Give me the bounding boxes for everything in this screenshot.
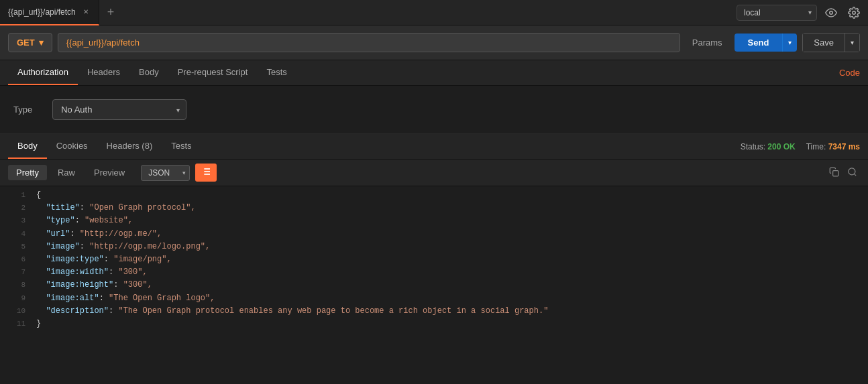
environment-selector-wrapper: local ▾ [737, 5, 817, 21]
code-area: 1{2 "title": "Open Graph protocol",3 "ty… [0, 186, 868, 384]
main-tab[interactable]: {{api_url}}/api/fetch ✕ [0, 0, 99, 25]
method-label: GET [17, 38, 35, 48]
save-button-group: Save ▾ [802, 33, 860, 52]
auth-type-label: Type [13, 105, 32, 115]
line-number: 7 [5, 267, 25, 279]
code-line: 10 "description": "The Open Graph protoc… [0, 305, 868, 318]
format-select-wrapper: JSON XML HTML Text ▾ [141, 165, 190, 181]
request-tabs: Authorization Headers Body Pre-request S… [0, 60, 868, 86]
svg-point-0 [830, 11, 833, 14]
time-label: Time: [806, 142, 826, 151]
save-button[interactable]: Save [802, 33, 845, 52]
tab-bar: {{api_url}}/api/fetch ✕ + local ▾ [0, 0, 868, 25]
auth-type-select[interactable]: No Auth API Key Bearer Token Basic Auth … [52, 99, 186, 120]
code-line: 5 "image": "http://ogp.me/logo.png", [0, 241, 868, 253]
res-tab-headers[interactable]: Headers (8) [97, 134, 162, 159]
code-line: 4 "url": "http://ogp.me/", [0, 228, 868, 241]
time-value: 7347 ms [828, 142, 860, 151]
line-number: 10 [5, 306, 25, 318]
response-tabs: Body Cookies Headers (8) Tests Status: 2… [0, 134, 868, 159]
tab-body[interactable]: Body [129, 60, 168, 85]
line-number: 1 [5, 190, 25, 202]
code-line: 7 "image:width": "300", [0, 266, 868, 279]
line-content: } [36, 318, 41, 330]
res-tab-body[interactable]: Body [8, 134, 47, 159]
tab-label: {{api_url}}/api/fetch [8, 7, 76, 17]
format-select[interactable]: JSON XML HTML Text [141, 165, 190, 181]
content-wrapper: GET ▾ Params Send ▾ Save ▾ Authorization… [0, 25, 868, 384]
response-toolbar: Pretty Raw Preview JSON XML HTML Text ▾ [0, 159, 868, 186]
code-line: 9 "image:alt": "The Open Graph logo", [0, 292, 868, 305]
line-number: 3 [5, 215, 25, 227]
svg-point-9 [849, 168, 855, 174]
line-content: "image:type": "image/png", [36, 253, 172, 266]
tab-right-controls: local ▾ [737, 4, 868, 21]
tab-authorization[interactable]: Authorization [8, 60, 78, 85]
status-label: Status: [741, 142, 765, 151]
code-line: 11} [0, 318, 868, 330]
request-bar: GET ▾ Params Send ▾ Save ▾ [0, 25, 868, 60]
method-dropdown-icon: ▾ [39, 38, 44, 48]
environment-select[interactable]: local [737, 5, 817, 21]
line-content: "type": "website", [36, 214, 133, 227]
tab-headers[interactable]: Headers [78, 60, 129, 85]
line-content: { [36, 189, 41, 202]
code-line: 6 "image:type": "image/png", [0, 253, 868, 266]
svg-point-1 [853, 11, 856, 14]
url-input[interactable] [58, 33, 680, 52]
line-content: "image:width": "300", [36, 266, 148, 279]
add-tab-button[interactable]: + [99, 0, 123, 25]
filter-icon-button[interactable] [195, 164, 217, 182]
tab-prerequest-script[interactable]: Pre-request Script [168, 60, 258, 85]
auth-type-select-wrapper: No Auth API Key Bearer Token Basic Auth … [52, 99, 186, 120]
res-tab-tests[interactable]: Tests [162, 134, 201, 159]
eye-icon-button[interactable] [822, 4, 840, 21]
method-button[interactable]: GET ▾ [8, 33, 52, 52]
line-content: "image": "http://ogp.me/logo.png", [36, 241, 210, 253]
svg-rect-8 [833, 170, 838, 176]
params-button[interactable]: Params [686, 34, 729, 52]
line-number: 11 [5, 318, 25, 330]
search-icon-button[interactable] [845, 164, 860, 182]
auth-section: Type No Auth API Key Bearer Token Basic … [0, 86, 868, 134]
line-content: "title": "Open Graph protocol", [36, 202, 196, 214]
code-line: 3 "type": "website", [0, 214, 868, 227]
send-dropdown-button[interactable]: ▾ [782, 34, 797, 52]
format-tab-preview[interactable]: Preview [86, 165, 133, 180]
code-line: 8 "image:height": "300", [0, 279, 868, 292]
send-button-group: Send ▾ [735, 34, 798, 52]
res-tab-cookies[interactable]: Cookies [47, 134, 97, 159]
code-line: 1{ [0, 189, 868, 202]
settings-icon-button[interactable] [845, 4, 863, 21]
line-number: 9 [5, 293, 25, 305]
svg-line-10 [854, 174, 856, 176]
format-tab-pretty[interactable]: Pretty [8, 165, 47, 180]
status-info: Status: 200 OK Time: 7347 ms [741, 142, 860, 151]
line-number: 8 [5, 279, 25, 292]
status-value: 200 OK [767, 142, 795, 151]
code-line: 2 "title": "Open Graph protocol", [0, 202, 868, 214]
line-number: 2 [5, 202, 25, 214]
tab-tests[interactable]: Tests [257, 60, 296, 85]
line-content: "description": "The Open Graph protocol … [36, 305, 548, 318]
send-button[interactable]: Send [735, 34, 783, 52]
code-link[interactable]: Code [839, 68, 860, 78]
save-dropdown-button[interactable]: ▾ [845, 33, 860, 52]
line-number: 6 [5, 254, 25, 266]
format-tab-raw[interactable]: Raw [50, 165, 83, 180]
line-content: "image:alt": "The Open Graph logo", [36, 292, 215, 305]
tab-close-icon[interactable]: ✕ [81, 7, 91, 17]
line-number: 5 [5, 241, 25, 253]
copy-icon-button[interactable] [826, 164, 842, 182]
line-content: "url": "http://ogp.me/", [36, 228, 162, 241]
line-content: "image:height": "300", [36, 279, 152, 292]
line-number: 4 [5, 229, 25, 241]
